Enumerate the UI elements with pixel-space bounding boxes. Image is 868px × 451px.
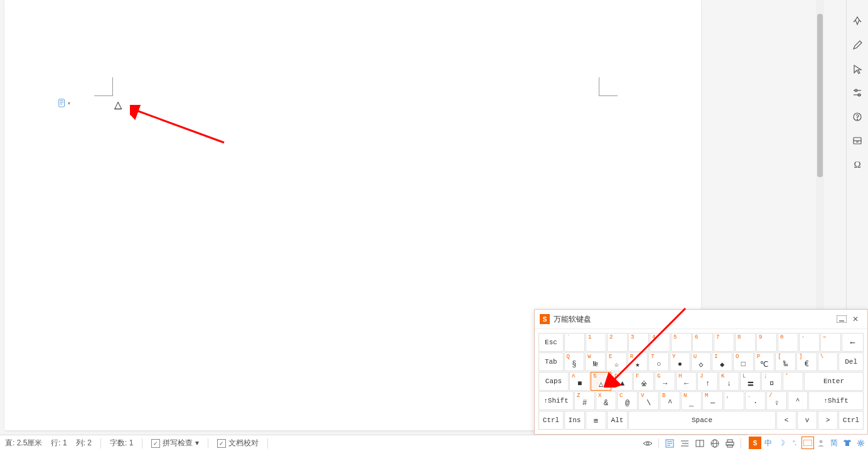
key-k[interactable]: K↓ bbox=[719, 372, 739, 391]
rocket-icon[interactable] bbox=[852, 16, 863, 27]
key-4[interactable]: 4 bbox=[650, 333, 670, 352]
key-d[interactable]: D▲ bbox=[612, 372, 633, 391]
key-alt[interactable]: Alt bbox=[607, 411, 628, 430]
key-e[interactable]: E☆ bbox=[606, 352, 627, 371]
key-shift-right[interactable]: ↑Shift bbox=[808, 391, 864, 410]
omega-icon[interactable]: Ω bbox=[852, 159, 863, 170]
key-ctrl-right[interactable]: Ctrl bbox=[839, 411, 864, 430]
key-backslash[interactable]: \ bbox=[818, 352, 839, 371]
key-slash[interactable]: /♀ bbox=[766, 391, 787, 410]
view-print-icon[interactable] bbox=[723, 437, 737, 450]
key-backspace[interactable]: ⟵ bbox=[842, 333, 864, 352]
key-comma[interactable]: , bbox=[724, 391, 744, 410]
key-u[interactable]: U◇ bbox=[691, 352, 712, 371]
soft-keyboard-header[interactable]: S 万能软键盘 ✕ bbox=[535, 310, 867, 329]
key-9[interactable]: 9 bbox=[756, 333, 777, 352]
key-q[interactable]: Q§ bbox=[564, 352, 585, 371]
key-period[interactable]: .· bbox=[745, 391, 766, 410]
key-minus[interactable]: - bbox=[799, 333, 820, 352]
keyboard-layout-button[interactable] bbox=[835, 313, 849, 325]
key-7[interactable]: 7 bbox=[714, 333, 734, 352]
ime-user-icon[interactable] bbox=[815, 437, 827, 449]
status-spellcheck[interactable]: 拼写检查 ▾ bbox=[149, 438, 201, 448]
page-options-button[interactable]: ▾ bbox=[58, 99, 70, 107]
key-space[interactable]: Space bbox=[628, 411, 776, 430]
key-backtick[interactable]: ` bbox=[564, 333, 585, 352]
key-3[interactable]: 3 bbox=[628, 333, 649, 352]
key-a[interactable]: A■ bbox=[569, 372, 590, 391]
key-0[interactable]: 0 bbox=[778, 333, 798, 352]
cursor-icon[interactable] bbox=[852, 63, 863, 75]
view-reading-icon[interactable] bbox=[693, 437, 707, 450]
ime-lang-button[interactable]: 中 bbox=[762, 437, 774, 449]
key-j[interactable]: J↑ bbox=[697, 372, 718, 391]
help-icon[interactable] bbox=[852, 111, 863, 122]
key-1[interactable]: 1 bbox=[586, 333, 606, 352]
view-page-icon[interactable] bbox=[663, 437, 677, 450]
key-left-arrow[interactable]: < bbox=[776, 411, 796, 430]
key-bracket-left[interactable]: [‰ bbox=[775, 352, 796, 371]
divider bbox=[142, 438, 142, 448]
status-wordcount[interactable]: 字数: 1 bbox=[107, 438, 136, 448]
key-caps[interactable]: Caps bbox=[538, 372, 569, 391]
status-proofread[interactable]: 文档校对 bbox=[215, 438, 261, 448]
key-ins[interactable]: Ins bbox=[564, 411, 585, 430]
key-w[interactable]: W№ bbox=[585, 352, 606, 371]
key-win[interactable]: ⊞ bbox=[586, 411, 606, 430]
annotation-arrow-icon bbox=[130, 105, 230, 149]
key-g[interactable]: G→ bbox=[655, 372, 675, 391]
key-6[interactable]: 6 bbox=[692, 333, 713, 352]
keyboard-row-3: Caps A■ S△ D▲ F※ G→ H← J↑ K↓ L〓 ;¤ ' Ent… bbox=[538, 372, 864, 391]
drawer-icon[interactable] bbox=[852, 135, 863, 146]
key-l[interactable]: L〓 bbox=[740, 372, 761, 391]
key-down-arrow[interactable]: v bbox=[797, 411, 817, 430]
close-button[interactable]: ✕ bbox=[849, 313, 862, 325]
svg-rect-40 bbox=[803, 440, 812, 446]
pencil-icon[interactable] bbox=[852, 40, 863, 51]
key-shift-left[interactable]: ↑Shift bbox=[538, 391, 574, 410]
key-5[interactable]: 5 bbox=[671, 333, 692, 352]
key-esc[interactable]: Esc bbox=[538, 333, 564, 352]
key-quote[interactable]: ' bbox=[783, 372, 803, 391]
key-2[interactable]: 2 bbox=[607, 333, 628, 352]
key-del[interactable]: Del bbox=[839, 352, 864, 371]
key-v[interactable]: V\ bbox=[638, 391, 659, 410]
key-semicolon[interactable]: ;¤ bbox=[761, 372, 782, 391]
key-bracket-right[interactable]: ]€ bbox=[796, 352, 817, 371]
key-x[interactable]: X& bbox=[596, 391, 616, 410]
key-p[interactable]: P℃ bbox=[754, 352, 775, 371]
ime-punct-icon[interactable]: °, bbox=[788, 437, 801, 449]
view-outline-icon[interactable] bbox=[678, 437, 692, 450]
key-equals[interactable]: = bbox=[820, 333, 841, 352]
ime-keyboard-icon[interactable] bbox=[801, 437, 814, 449]
key-8[interactable]: 8 bbox=[735, 333, 756, 352]
key-up-arrow[interactable]: ^ bbox=[788, 391, 808, 410]
ime-logo-icon[interactable]: S bbox=[749, 437, 761, 449]
ime-simplified-button[interactable]: 简 bbox=[828, 437, 840, 449]
key-f[interactable]: F※ bbox=[633, 372, 654, 391]
scrollbar-thumb[interactable] bbox=[817, 14, 823, 177]
eye-icon[interactable] bbox=[641, 437, 655, 450]
key-r[interactable]: R★ bbox=[628, 352, 648, 371]
key-m[interactable]: M— bbox=[702, 391, 723, 410]
status-bar: 直: 2.5厘米 行: 1 列: 2 字数: 1 拼写检查 ▾ 文档校对 140… bbox=[0, 435, 868, 451]
key-right-arrow[interactable]: > bbox=[818, 411, 838, 430]
key-h[interactable]: H← bbox=[676, 372, 697, 391]
key-enter[interactable]: Enter bbox=[804, 372, 864, 391]
key-n[interactable]: N_ bbox=[681, 391, 702, 410]
settings-sliders-icon[interactable] bbox=[852, 87, 863, 99]
view-web-icon[interactable] bbox=[708, 437, 722, 450]
key-o[interactable]: O□ bbox=[733, 352, 754, 371]
key-c[interactable]: C@ bbox=[617, 391, 638, 410]
key-t[interactable]: T○ bbox=[648, 352, 669, 371]
ime-gear-icon[interactable] bbox=[854, 437, 867, 449]
key-ctrl-left[interactable]: Ctrl bbox=[538, 411, 564, 430]
ime-shirt-icon[interactable] bbox=[841, 437, 854, 449]
ime-moon-icon[interactable]: ☽ bbox=[775, 437, 788, 449]
key-z[interactable]: Z# bbox=[574, 391, 595, 410]
key-b[interactable]: B^ bbox=[660, 391, 680, 410]
key-y[interactable]: Y● bbox=[670, 352, 690, 371]
key-s[interactable]: S△ bbox=[591, 372, 611, 391]
key-i[interactable]: I◆ bbox=[712, 352, 732, 371]
key-tab[interactable]: Tab bbox=[538, 352, 564, 371]
